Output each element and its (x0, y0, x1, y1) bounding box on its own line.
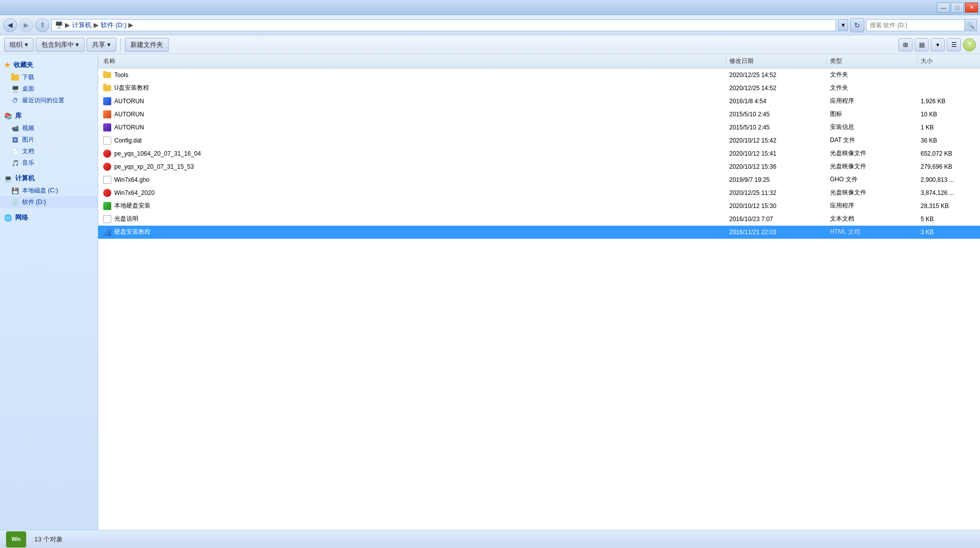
col-header-size[interactable]: 大小 (918, 54, 978, 68)
file-type: 文件夹 (827, 84, 918, 92)
file-type: GHO 文件 (827, 175, 918, 184)
star-icon: ★ (4, 61, 11, 69)
file-name: 硬盘安装教程 (114, 228, 150, 236)
file-icon (103, 84, 111, 92)
address-dropdown[interactable]: ▾ (838, 19, 848, 31)
view-dropdown-button[interactable]: ▾ (931, 38, 945, 51)
library-header[interactable]: 📚 库 (0, 109, 98, 122)
table-row[interactable]: AUTORUN 2016/1/8 4:54 应用程序 1,926 KB (98, 95, 980, 108)
share-button[interactable]: 共享 ▾ (87, 38, 116, 52)
file-name: AUTORUN (114, 111, 144, 118)
col-header-type[interactable]: 类型 (827, 54, 918, 68)
pictures-label: 图片 (22, 135, 34, 144)
view-icon-1: ⊞ (903, 41, 908, 48)
table-row[interactable]: Win7x64_2020 2020/12/25 11:32 光盘映像文件 3,8… (98, 186, 980, 199)
col-header-name[interactable]: 名称 (100, 54, 726, 68)
table-row[interactable]: Tools 2020/12/25 14:52 文件夹 (98, 68, 980, 82)
include-library-button[interactable]: 包含到库中 ▾ (36, 38, 85, 52)
file-name-cell: 硬盘安装教程 (100, 228, 726, 236)
sidebar-item-local-c[interactable]: 💾 本地磁盘 (C:) (0, 185, 98, 196)
file-modified: 2016/10/23 7:07 (726, 216, 827, 223)
search-button[interactable]: 🔍 (964, 20, 976, 31)
file-size: 10 KB (918, 111, 978, 118)
details-button[interactable]: ☰ (947, 38, 961, 51)
file-modified: 2016/1/8 4:54 (726, 98, 827, 105)
dropdown-icon: ▾ (842, 21, 845, 29)
sidebar-item-documents[interactable]: 📄 文档 (0, 146, 98, 157)
file-icon (103, 136, 111, 145)
file-size: 3,874,126 ... (918, 189, 978, 196)
desktop-label: 桌面 (22, 85, 34, 93)
forward-button[interactable]: ▶ (19, 18, 33, 32)
file-name: AUTORUN (114, 98, 144, 105)
table-row[interactable]: pe_yqs_xp_20_07_31_15_53 2020/10/12 15:3… (98, 160, 980, 173)
computer-header[interactable]: 💻 计算机 (0, 172, 98, 185)
sidebar-item-desktop[interactable]: 🖥️ 桌面 (0, 83, 98, 95)
file-name-cell: Win7x64_2020 (100, 189, 726, 197)
sidebar-item-recent[interactable]: ⏱ 最近访问的位置 (0, 95, 98, 106)
favorites-header[interactable]: ★ 收藏夹 (0, 58, 98, 72)
table-row[interactable]: 光盘说明 2016/10/23 7:07 文本文档 5 KB (98, 213, 980, 226)
back-button[interactable]: ◀ (3, 18, 17, 32)
file-modified: 2020/12/25 11:32 (726, 189, 827, 196)
back-icon: ◀ (8, 21, 13, 29)
documents-label: 文档 (22, 147, 34, 156)
table-row[interactable]: U盘安装教程 2020/12/25 14:52 文件夹 (98, 82, 980, 95)
sidebar-item-music[interactable]: 🎵 音乐 (0, 157, 98, 169)
toolbar: 组织 ▾ 包含到库中 ▾ 共享 ▾ 新建文件夹 ⊞ ▤ ▾ ☰ ? (0, 35, 980, 54)
computer-section: 💻 计算机 💾 本地磁盘 (C:) 💿 软件 (D:) (0, 172, 98, 208)
sidebar-item-local-d[interactable]: 💿 软件 (D:) (0, 196, 98, 208)
table-row[interactable]: pe_yqs_1064_20_07_31_16_04 2020/10/12 15… (98, 147, 980, 160)
file-name: 光盘说明 (114, 215, 138, 223)
path-drive[interactable]: 软件 (D:) (101, 21, 126, 30)
file-name-cell: pe_yqs_1064_20_07_31_16_04 (100, 150, 726, 158)
view-button-1[interactable]: ⊞ (898, 38, 913, 51)
file-size: 28,315 KB (918, 202, 978, 210)
sidebar-item-videos[interactable]: 📹 视频 (0, 122, 98, 134)
search-input[interactable] (867, 22, 964, 29)
file-name-cell: Tools (100, 71, 726, 79)
view-dropdown-icon: ▾ (936, 41, 939, 48)
refresh-button[interactable]: ↻ (850, 18, 864, 32)
network-icon: 🌐 (4, 214, 12, 222)
close-button[interactable]: ✕ (965, 3, 978, 13)
help-button[interactable]: ? (963, 38, 976, 51)
file-name-cell: AUTORUN (100, 123, 726, 131)
table-row[interactable]: Win7x64.gho 2019/9/7 19:25 GHO 文件 2,900,… (98, 173, 980, 186)
documents-icon: 📄 (11, 148, 19, 156)
file-icon (103, 189, 111, 197)
table-row[interactable]: Config.dat 2020/10/12 15:42 DAT 文件 36 KB (98, 134, 980, 147)
up-button[interactable]: ⇧ (35, 18, 49, 32)
address-path: 🖥️ ▶ 计算机 ▶ 软件 (D:) ▶ (51, 19, 836, 31)
toolbar-right: ⊞ ▤ ▾ ☰ ? (898, 38, 976, 51)
file-icon (103, 150, 111, 158)
file-size: 5 KB (918, 216, 978, 223)
address-bar: ◀ ▶ ⇧ 🖥️ ▶ 计算机 ▶ 软件 (D:) ▶ ▾ ↻ 🔍 (0, 15, 980, 35)
file-modified: 2020/10/12 15:41 (726, 150, 827, 157)
col-header-modified[interactable]: 修改日期 (726, 54, 827, 68)
content-area: 名称 修改日期 类型 大小 Tools 2020/12/25 14:52 文件夹… (98, 54, 980, 530)
organize-button[interactable]: 组织 ▾ (4, 38, 34, 52)
sidebar-item-downloads[interactable]: 下载 (0, 72, 98, 83)
table-row[interactable]: 硬盘安装教程 2016/11/21 22:03 HTML 文档 3 KB (98, 226, 980, 239)
sidebar: ★ 收藏夹 下载 🖥️ 桌面 ⏱ 最近访问的位置 📚 库 📹 (0, 54, 98, 530)
favorites-section: ★ 收藏夹 下载 🖥️ 桌面 ⏱ 最近访问的位置 (0, 58, 98, 106)
table-row[interactable]: 本地硬盘安装 2020/10/12 15:30 应用程序 28,315 KB (98, 199, 980, 213)
file-name-cell: AUTORUN (100, 97, 726, 105)
maximize-button[interactable]: □ (951, 3, 964, 13)
refresh-icon: ↻ (854, 21, 860, 29)
path-computer[interactable]: 计算机 (72, 21, 92, 30)
file-icon (103, 71, 111, 79)
network-header[interactable]: 🌐 网络 (0, 211, 98, 224)
view-button-2[interactable]: ▤ (915, 38, 929, 51)
table-row[interactable]: AUTORUN 2015/5/10 2:45 图标 10 KB (98, 108, 980, 121)
address-icon: 🖥️ (55, 21, 63, 29)
table-row[interactable]: AUTORUN 2015/5/10 2:45 安装信息 1 KB (98, 121, 980, 134)
new-folder-button[interactable]: 新建文件夹 (125, 38, 169, 52)
network-label: 网络 (15, 213, 28, 222)
sidebar-item-pictures[interactable]: 🖼 图片 (0, 134, 98, 146)
view-icon-2: ▤ (919, 41, 925, 48)
file-name-cell: pe_yqs_xp_20_07_31_15_53 (100, 163, 726, 171)
file-type: 安装信息 (827, 123, 918, 131)
minimize-button[interactable]: — (937, 3, 950, 13)
